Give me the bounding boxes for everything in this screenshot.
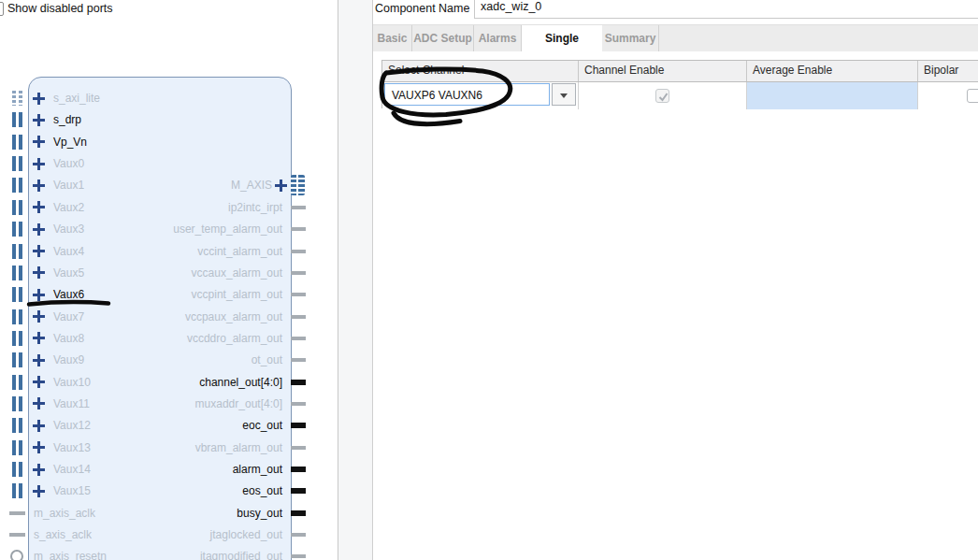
port-label-busy-out: busy_out [93, 506, 282, 521]
output-pin-stub [291, 554, 306, 558]
tab-alarms[interactable]: Alarms [474, 25, 522, 51]
table-header-row: Select ChannelChannel EnableAverage Enab… [382, 61, 978, 82]
port-label-m-axis: M_AXIS [93, 178, 272, 193]
output-pin-stub [291, 467, 306, 472]
port-label-vaux13: Vaux13 [53, 440, 91, 455]
interface-pin-icon [12, 331, 22, 346]
port-label-vaux1: Vaux1 [53, 178, 84, 193]
output-pin-stub [291, 271, 306, 275]
output-pin-stub [291, 337, 306, 340]
port-label-vaux12: Vaux12 [53, 418, 91, 433]
table-row: VAUXP6 VAUXN6 [382, 82, 978, 109]
expand-plus-icon[interactable] [33, 223, 45, 236]
port-label-vaux2: Vaux2 [53, 200, 84, 215]
expand-plus-icon[interactable] [33, 354, 45, 366]
input-pin-stub [9, 533, 25, 537]
port-label-s-axi-lite: s_axi_lite [53, 91, 100, 106]
interface-pin-icon [12, 244, 22, 259]
port-label-vaux15: Vaux15 [53, 483, 91, 498]
channel-enable-checkbox[interactable] [655, 89, 669, 103]
port-label-eos-out: eos_out [93, 483, 282, 498]
port-label-user-temp-alarm-out: user_temp_alarm_out [93, 222, 282, 237]
port-label-vp-vn: Vp_Vn [53, 135, 87, 150]
bipolar-cell [918, 82, 978, 109]
component-name-input[interactable] [474, 0, 978, 19]
interface-pin-icon [12, 375, 22, 390]
single-channel-table: Select ChannelChannel EnableAverage Enab… [381, 60, 978, 108]
output-pin-stub [291, 423, 306, 428]
expand-plus-icon[interactable] [33, 420, 45, 432]
expand-plus-icon[interactable] [33, 93, 45, 105]
output-pin-stub [291, 206, 306, 209]
interface-pin-icon [12, 483, 22, 498]
panel-splitter[interactable] [338, 0, 373, 560]
interface-pin-icon [12, 156, 22, 171]
interface-pin-icon [12, 352, 22, 367]
port-label-vccddro-alarm-out: vccddro_alarm_out [93, 331, 282, 346]
port-label-ip2intc-irpt: ip2intc_irpt [93, 200, 282, 215]
ip-symbol-panel: Show disabled ports s_axi_lites_drpVp_Vn… [0, 0, 338, 560]
output-pin-stub [291, 293, 306, 296]
tab-summary[interactable]: Summary [602, 25, 659, 51]
expand-plus-icon[interactable] [33, 158, 45, 170]
port-label-alarm-out: alarm_out [93, 462, 282, 477]
show-disabled-ports-checkbox[interactable] [0, 2, 4, 16]
expand-plus-icon[interactable] [33, 332, 45, 344]
column-header-select-channel: Select Channel [382, 61, 579, 81]
expand-plus-icon[interactable] [33, 441, 45, 453]
expand-plus-icon[interactable] [33, 245, 45, 257]
tab-bar: BasicADC SetupAlarmsSingle ChannelSummar… [373, 24, 978, 51]
output-pin-stub [291, 488, 306, 494]
expand-plus-icon[interactable] [33, 485, 45, 497]
interface-pin-icon [12, 418, 22, 433]
interface-pin-icon [12, 91, 22, 106]
expand-plus-icon[interactable] [33, 201, 45, 213]
interface-pin-icon [12, 222, 22, 237]
port-label-vaux6: Vaux6 [53, 287, 84, 302]
port-label-jtagmodified-out: jtagmodified_out [93, 549, 282, 560]
output-pin-stub [291, 227, 306, 231]
expand-plus-icon[interactable] [33, 114, 45, 126]
output-pin-stub [291, 250, 306, 253]
port-label-vccaux-alarm-out: vccaux_alarm_out [93, 266, 282, 280]
expand-plus-icon[interactable] [33, 179, 45, 192]
port-label-vaux14: Vaux14 [53, 462, 91, 477]
expand-plus-icon[interactable] [33, 266, 45, 279]
port-label-vccint-alarm-out: vccint_alarm_out [93, 244, 282, 259]
column-header-channel-enable: Channel Enable [579, 61, 747, 81]
expand-plus-icon[interactable] [33, 464, 45, 476]
select-channel-dropdown-button[interactable] [552, 83, 576, 106]
expand-plus-icon[interactable] [275, 179, 287, 192]
expand-plus-icon[interactable] [33, 310, 45, 323]
component-name-label: Component Name [375, 2, 469, 15]
expand-plus-icon[interactable] [33, 289, 45, 301]
port-label-muxaddr-out-4-0: muxaddr_out[4:0] [93, 396, 282, 411]
interface-pin-icon [12, 309, 22, 324]
port-label-vbram-alarm-out: vbram_alarm_out [93, 440, 282, 455]
output-pin-stub [291, 510, 306, 516]
expand-plus-icon[interactable] [33, 397, 45, 409]
average-enable-cell[interactable] [747, 82, 918, 109]
port-label-s-axis-aclk: s_axis_aclk [34, 527, 92, 542]
config-panel: Component Name BasicADC SetupAlarmsSingl… [372, 0, 978, 560]
interface-pin-icon [12, 178, 22, 193]
port-label-vaux8: Vaux8 [53, 331, 84, 346]
port-label-vccpaux-alarm-out: vccpaux_alarm_out [93, 309, 282, 324]
port-label-ot-out: ot_out [93, 352, 282, 367]
channel-enable-cell [579, 82, 747, 109]
tab-basic[interactable]: Basic [373, 25, 412, 51]
interface-pin-icon [12, 440, 22, 455]
port-label-channel-out-4-0: channel_out[4:0] [93, 375, 282, 390]
bipolar-checkbox[interactable] [967, 89, 978, 103]
reset-pin-icon [10, 550, 23, 560]
select-channel-combobox[interactable]: VAUXP6 VAUXN6 [384, 83, 550, 106]
expand-plus-icon[interactable] [33, 136, 45, 148]
tab-single-channel[interactable]: Single Channel [522, 25, 602, 51]
port-label-vaux0: Vaux0 [53, 156, 84, 171]
interface-pin-icon [12, 266, 22, 280]
output-pin-stub [291, 315, 306, 319]
expand-plus-icon[interactable] [33, 376, 45, 388]
output-pin-stub [291, 358, 306, 362]
tab-adc-setup[interactable]: ADC Setup [412, 25, 474, 51]
port-label-vaux9: Vaux9 [53, 352, 84, 367]
